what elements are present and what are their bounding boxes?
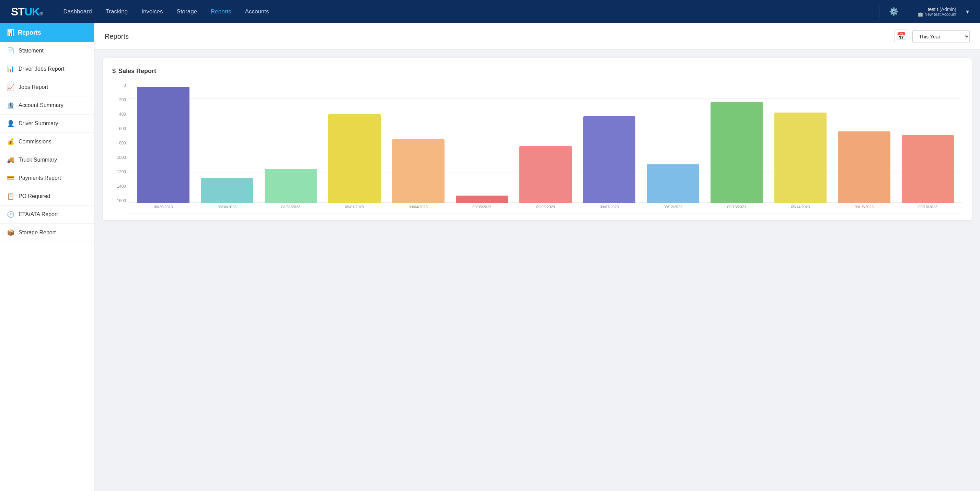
sidebar-label-payments-report: Payments Report <box>19 175 61 181</box>
sidebar-item-storage-report[interactable]: 📦 Storage Report <box>0 224 94 242</box>
driver-jobs-icon: 📊 <box>7 65 14 73</box>
bar-group[interactable] <box>515 83 577 203</box>
bar-group[interactable] <box>324 83 385 203</box>
sidebar-item-statement[interactable]: 📄 Statement <box>0 42 94 60</box>
sidebar-item-commissions[interactable]: 💰 Commissions <box>0 133 94 151</box>
x-label: 09/04/2023 <box>387 203 449 213</box>
nav-tracking[interactable]: Tracking <box>106 8 128 15</box>
x-label: 09/05/2023 <box>451 203 513 213</box>
bar[interactable] <box>265 169 317 203</box>
bar-group[interactable] <box>770 83 831 203</box>
x-labels: 08/29/202308/30/202308/31/202309/01/2023… <box>129 203 962 213</box>
x-label: 09/06/2023 <box>515 203 577 213</box>
sidebar-label-statement: Statement <box>19 48 44 54</box>
main-header: STUK® Dashboard Tracking Invoices Storag… <box>0 0 980 23</box>
x-label: 08/31/2023 <box>260 203 321 213</box>
bar-group[interactable] <box>196 83 258 203</box>
bar[interactable] <box>328 114 381 203</box>
reports-sidebar-icon: 📊 <box>7 29 14 37</box>
y-label-5: 600 <box>112 126 129 131</box>
statement-icon: 📄 <box>7 47 14 54</box>
bar[interactable] <box>519 146 572 203</box>
sidebar-label-po-required: PO Required <box>19 193 51 199</box>
header-right: ⚙️ test t (Admin) 🏢 New test Account ▾ <box>877 5 969 18</box>
nav-dashboard[interactable]: Dashboard <box>63 8 92 15</box>
jobs-report-icon: 📈 <box>7 83 14 91</box>
content-header: Reports 📅 This Year Last Year Custom Ran… <box>94 23 980 50</box>
bar[interactable] <box>583 116 636 203</box>
bar[interactable] <box>137 87 189 203</box>
bar[interactable] <box>775 113 827 203</box>
bar[interactable] <box>456 195 508 203</box>
driver-summary-icon: 👤 <box>7 120 14 127</box>
main-layout: 📊 Reports 📄 Statement 📊 Driver Jobs Repo… <box>0 23 980 491</box>
sidebar-label-jobs-report: Jobs Report <box>19 84 48 90</box>
y-label-0: 1600 <box>112 198 129 203</box>
currency-symbol: $ <box>112 68 116 75</box>
role: (Admin) <box>940 6 956 12</box>
sidebar-item-account-summary[interactable]: 🏦 Account Summary <box>0 97 94 114</box>
calendar-button[interactable]: 📅 <box>894 30 908 43</box>
sidebar-item-driver-summary[interactable]: 👤 Driver Summary <box>0 114 94 133</box>
sidebar-item-po-required[interactable]: 📋 PO Required <box>0 188 94 205</box>
year-select[interactable]: This Year Last Year Custom Range <box>912 30 970 43</box>
x-label: 09/01/2023 <box>324 203 385 213</box>
header-divider <box>879 5 880 18</box>
x-label: 08/30/2023 <box>196 203 258 213</box>
sidebar-item-truck-summary[interactable]: 🚚 Truck Summary <box>0 151 94 169</box>
y-label-8: 0 <box>112 83 129 88</box>
sidebar-label-eta-ata: ETA/ATA Report <box>19 211 58 218</box>
bar-group[interactable] <box>897 83 959 203</box>
x-label: 09/13/2023 <box>706 203 767 213</box>
po-required-icon: 📋 <box>7 192 14 200</box>
y-axis: 1600 1400 1200 1000 800 600 400 200 0 <box>112 83 129 213</box>
payments-report-icon: 💳 <box>7 174 14 182</box>
sidebar-item-driver-jobs-report[interactable]: 📊 Driver Jobs Report <box>0 60 94 78</box>
x-label: 09/14/2023 <box>770 203 831 213</box>
bar[interactable] <box>647 164 699 203</box>
x-label: 09/12/2023 <box>642 203 704 213</box>
logo[interactable]: STUK® <box>11 5 43 18</box>
bar-group[interactable] <box>642 83 704 203</box>
bar-group[interactable] <box>706 83 767 203</box>
settings-icon[interactable]: ⚙️ <box>889 7 898 16</box>
bar-group[interactable] <box>578 83 640 203</box>
sidebar: 📊 Reports 📄 Statement 📊 Driver Jobs Repo… <box>0 23 94 491</box>
logo-uk: UK <box>24 5 40 18</box>
nav-accounts[interactable]: Accounts <box>245 8 269 15</box>
account-summary-icon: 🏦 <box>7 102 14 109</box>
sidebar-item-jobs-report[interactable]: 📈 Jobs Report <box>0 78 94 97</box>
logo-dot: ® <box>40 11 43 16</box>
bar[interactable] <box>902 135 954 203</box>
bar-group[interactable] <box>451 83 513 203</box>
y-label-2: 1200 <box>112 170 129 174</box>
bar[interactable] <box>392 139 444 203</box>
sidebar-item-payments-report[interactable]: 💳 Payments Report <box>0 169 94 188</box>
bar[interactable] <box>201 178 253 203</box>
bar-group[interactable] <box>834 83 895 203</box>
sidebar-label-storage-report: Storage Report <box>19 230 56 236</box>
chart-title-text: Sales Report <box>118 68 156 75</box>
y-label-3: 1000 <box>112 155 129 160</box>
chart-area: 1600 1400 1200 1000 800 600 400 200 0 <box>112 83 962 213</box>
nav-reports[interactable]: Reports <box>211 8 231 15</box>
bar-group[interactable] <box>132 83 194 203</box>
nav-storage[interactable]: Storage <box>177 8 197 15</box>
commissions-icon: 💰 <box>7 138 14 146</box>
main-content: Reports 📅 This Year Last Year Custom Ran… <box>94 23 980 491</box>
logo-st: ST <box>11 5 24 18</box>
bar-group[interactable] <box>260 83 321 203</box>
storage-report-icon: 📦 <box>7 229 14 237</box>
bar-group[interactable] <box>387 83 449 203</box>
bar[interactable] <box>838 132 891 203</box>
chevron-down-icon[interactable]: ▾ <box>966 8 969 16</box>
y-label-6: 400 <box>112 112 129 117</box>
sidebar-label-account-summary: Account Summary <box>19 102 64 108</box>
user-info[interactable]: test t (Admin) 🏢 New test Account <box>918 6 956 17</box>
nav-invoices[interactable]: Invoices <box>142 8 163 15</box>
x-label: 09/18/2023 <box>897 203 959 213</box>
sidebar-item-eta-ata[interactable]: 🕐 ETA/ATA Report <box>0 205 94 224</box>
x-label: 09/15/2023 <box>834 203 895 213</box>
bar[interactable] <box>711 102 763 203</box>
username: test t <box>928 6 938 12</box>
